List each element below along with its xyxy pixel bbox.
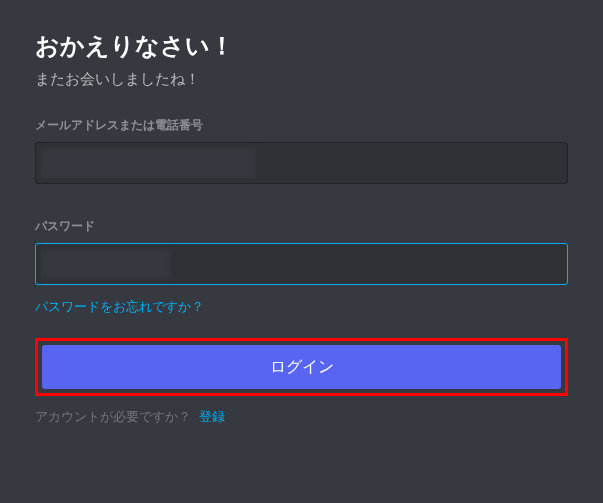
login-button-highlight: ログイン <box>35 338 568 396</box>
page-subtitle: またお会いしましたね！ <box>35 70 568 89</box>
email-input-wrapper <box>35 142 568 196</box>
page-title: おかえりなさい！ <box>35 30 568 62</box>
login-button[interactable]: ログイン <box>42 345 561 389</box>
password-label: パスワード <box>35 218 568 235</box>
forgot-password-link[interactable]: パスワードをお忘れですか？ <box>35 298 204 316</box>
email-label: メールアドレスまたは電話番号 <box>35 117 568 134</box>
obscured-content <box>41 249 171 279</box>
obscured-content <box>41 148 256 178</box>
register-link[interactable]: 登録 <box>199 409 225 424</box>
need-account-text: アカウントが必要ですか？ <box>35 409 191 424</box>
password-input-wrapper <box>35 243 568 297</box>
register-row: アカウントが必要ですか？ 登録 <box>35 408 568 426</box>
